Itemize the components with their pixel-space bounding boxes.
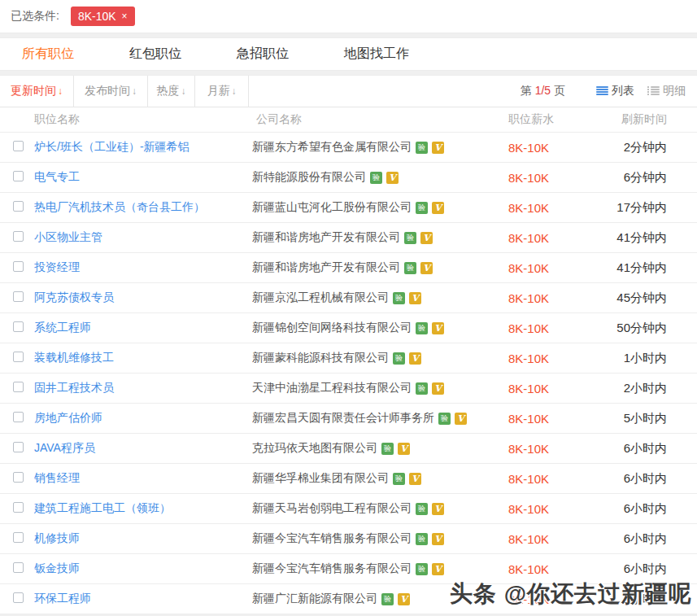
job-title-link[interactable]: 房地产估价师 [34,411,102,424]
remove-filter-icon[interactable]: × [122,11,128,21]
job-title-link[interactable]: 销售经理 [34,471,80,484]
company-name-text: 新疆锦创空间网络科技有限公司 [252,321,412,335]
job-title-link[interactable]: 固井工程技术员 [34,381,114,394]
job-title-link[interactable]: 装载机维修技工 [34,351,114,364]
job-title-link[interactable]: 建筑工程施工电工（领班） [34,501,171,514]
time-cell: 6小时内 [598,441,697,457]
time-cell: 41分钟内 [598,230,697,246]
job-title-link[interactable]: 电气专工 [34,170,80,183]
selected-conditions-bar: 已选条件: 8K-10K × [0,0,697,33]
vip-badge-icon: V [432,382,444,395]
company-name-text: 天津中油渤星工程科技有限公司 [252,381,412,395]
refresh-time-text: 6小时内 [624,592,667,605]
job-title-link[interactable]: 炉长/班长（工业硅）-新疆希铝 [34,140,189,153]
sort-label: 月薪 [207,84,230,98]
salary-cell: 8K-10K [508,352,598,365]
view-detail-button[interactable]: 明细 [647,84,686,98]
salary-cell: 8K-10K [508,442,598,456]
row-checkbox[interactable] [13,412,24,422]
sort-by-update-time-button[interactable]: 更新时间 ↓ [0,76,74,107]
tab-all-jobs[interactable]: 所有职位 [22,46,74,63]
salary-text: 8K-10K [508,532,549,546]
company-name-text: 新疆今宝汽车销售服务有限公司 [252,531,412,546]
salary-cell: 8K-10K [508,291,598,305]
checkbox-cell [0,201,34,214]
vip-badge-icon: V [409,473,421,485]
row-checkbox[interactable] [13,141,24,151]
tab-map-job-search[interactable]: 地图找工作 [344,46,409,63]
checkbox-cell [0,382,34,395]
vip-badge-icon: V [386,172,399,184]
row-checkbox[interactable] [13,502,24,513]
tab-red-packet-jobs[interactable]: 红包职位 [129,46,181,63]
table-row: 装载机维修技工 新疆蒙科能源科技有限公司 验 V 8K-10K 1小时内 [0,343,697,374]
row-checkbox[interactable] [13,231,24,242]
row-checkbox[interactable] [13,532,24,543]
row-checkbox[interactable] [13,472,24,483]
table-header-row: 职位名称 公司名称 职位薪水 刷新时间 [0,107,697,133]
sort-label: 热度 [157,84,180,98]
verified-badge-icon: 验 [416,142,428,154]
job-cell: 建筑工程施工电工（领班） [34,501,252,516]
sort-by-salary-button[interactable]: 月薪 ↓ [195,76,249,107]
row-checkbox[interactable] [13,201,24,212]
company-name-text: 新疆京泓工程机械有限公司 [252,291,389,305]
time-cell: 2分钟内 [598,140,697,155]
company-name-text: 新疆天马岩创弱电工程有限公司 [252,501,412,516]
job-cell: 机修技师 [34,531,252,546]
refresh-time-text: 6小时内 [624,471,667,485]
job-title-link[interactable]: 小区物业主管 [34,230,102,243]
row-checkbox[interactable] [13,442,24,452]
job-cell: 投资经理 [34,260,252,275]
job-title-link[interactable]: 阿克苏债权专员 [34,291,114,304]
job-title-link[interactable]: 系统工程师 [34,321,91,334]
view-list-button[interactable]: 列表 [596,84,634,98]
job-title-link[interactable]: 投资经理 [34,260,80,273]
salary-text: 8K-10K [508,382,549,395]
row-checkbox[interactable] [13,171,24,181]
row-checkbox[interactable] [13,321,24,332]
table-row: 投资经理 新疆和谐房地产开发有限公司 验 V 8K-10K 41分钟内 [0,253,697,283]
verified-badge-icon: 验 [416,503,428,515]
row-checkbox[interactable] [13,592,24,603]
refresh-time-text: 41分钟内 [616,230,667,244]
refresh-time-text: 50分钟内 [616,321,667,334]
job-title-link[interactable]: 环保工程师 [34,592,91,605]
company-name-text: 新疆蓝山屯河化工股份有限公司 [252,200,412,215]
verified-badge-icon: 验 [416,563,428,575]
salary-cell: 8K-10K [508,321,598,335]
company-cell: 新疆和谐房地产开发有限公司 验 V [252,230,508,245]
sort-label: 发布时间 [85,84,130,98]
row-checkbox[interactable] [13,562,24,573]
job-title-link[interactable]: JAVA程序员 [34,441,95,454]
refresh-time-text: 6小时内 [624,501,667,515]
time-cell: 17分钟内 [598,200,697,216]
sort-by-popularity-button[interactable]: 热度 ↓ [148,76,195,107]
table-row: 环保工程师 新疆广汇新能源有限公司 验 V 8K-10K 6小时内 [0,584,697,614]
salary-cell: 8K-10K [508,141,598,155]
refresh-time-text: 2小时内 [624,381,667,395]
company-cell: 新疆天马岩创弱电工程有限公司 验 V [252,501,508,516]
job-title-link[interactable]: 热电厂汽机技术员（奇台县工作） [34,200,205,213]
salary-text: 8K-10K [508,592,549,606]
job-title-link[interactable]: 钣金技师 [34,561,80,574]
verified-badge-icon: 验 [416,202,428,214]
row-checkbox[interactable] [13,261,24,272]
job-cell: 小区物业主管 [34,230,252,245]
checkbox-cell [0,231,34,244]
company-cell: 新疆蓝山屯河化工股份有限公司 验 V [252,200,508,215]
row-checkbox[interactable] [13,352,24,362]
tab-urgent-jobs[interactable]: 急招职位 [237,46,289,63]
checkbox-cell [0,352,34,365]
header-salary: 职位薪水 [508,112,598,127]
selected-filter-tag[interactable]: 8K-10K × [71,7,135,26]
checkbox-cell [0,532,34,545]
row-checkbox[interactable] [13,291,24,302]
salary-text: 8K-10K [508,201,549,215]
job-cell: JAVA程序员 [34,441,252,456]
view-label: 明细 [663,84,686,98]
job-title-link[interactable]: 机修技师 [34,531,80,544]
job-cell: 环保工程师 [34,592,252,606]
sort-by-publish-time-button[interactable]: 发布时间 ↓ [74,76,148,107]
row-checkbox[interactable] [13,382,24,392]
